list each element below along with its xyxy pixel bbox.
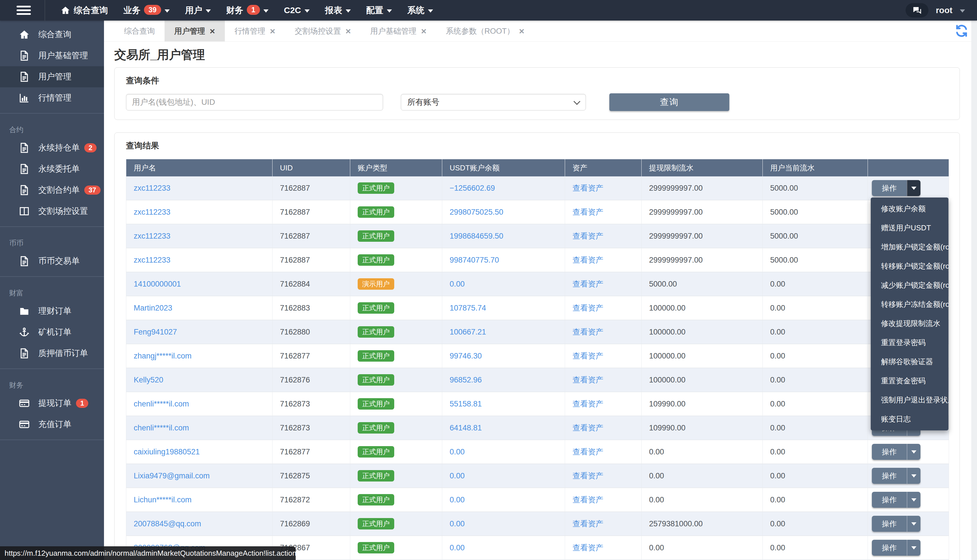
balance-link[interactable]: 0.00 [450,448,465,456]
action-button[interactable]: 操作 [872,516,920,532]
balance-link[interactable]: 0.00 [450,543,465,552]
action-button[interactable]: 操作 [872,180,920,196]
action-menu-item[interactable]: 减少账户锁定金额(root) [871,276,949,295]
chevron-down-icon[interactable] [960,9,965,13]
balance-link[interactable]: 0.00 [450,520,465,528]
balance-link[interactable]: −1256602.69 [450,184,495,192]
balance-link[interactable]: 100667.21 [450,328,486,336]
sidebar-item[interactable]: 理财订单 [0,300,104,322]
view-assets-link[interactable]: 查看资产 [572,304,603,312]
action-dropdown-toggle[interactable] [907,444,920,460]
username-link[interactable]: zxc112233 [134,232,171,240]
username-link[interactable]: Lichun*****il.com [134,495,192,504]
view-assets-link[interactable]: 查看资产 [572,232,603,240]
action-button[interactable]: 操作 [872,444,920,460]
balance-link[interactable]: 107875.74 [450,304,486,312]
action-menu-item[interactable]: 转移账户冻结金额(root) [871,295,949,314]
action-menu-item[interactable]: 重置资金密码 [871,371,949,390]
sidebar-item[interactable]: 质押借币订单 [0,343,104,364]
action-dropdown-toggle[interactable] [907,468,920,484]
navbar-item[interactable]: 配置 [366,5,392,16]
action-dropdown-toggle[interactable] [907,180,920,196]
action-button-label[interactable]: 操作 [872,540,907,556]
balance-link[interactable]: 64148.81 [450,423,482,432]
username-link[interactable]: caixiuling19880521 [134,448,200,456]
action-menu-item[interactable]: 修改账户余额 [871,199,949,218]
balance-link[interactable]: 1998684659.50 [450,232,504,240]
tab[interactable]: 用户基础管理 × [361,20,436,42]
close-icon[interactable]: × [345,27,351,36]
sidebar-item[interactable]: 用户管理 [0,66,104,87]
view-assets-link[interactable]: 查看资产 [572,208,603,217]
username-link[interactable]: zhangj*****il.com [134,352,192,360]
username-link[interactable]: Feng941027 [134,328,177,336]
username-link[interactable]: 14100000001 [134,280,181,288]
action-button-label[interactable]: 操作 [872,444,907,460]
navbar-item[interactable]: 财务 1 [226,5,269,16]
view-assets-link[interactable]: 查看资产 [572,352,603,360]
tab[interactable]: 行情管理 × [225,20,285,42]
sidebar-item[interactable]: 提现订单 1 [0,393,104,414]
action-button[interactable]: 操作 [872,468,920,484]
tab[interactable]: 系统参数（ROOT） × [436,20,534,42]
action-menu-item[interactable]: 账变日志 [871,410,949,429]
navbar-item[interactable]: 用户 [185,5,211,16]
balance-link[interactable]: 2998075025.50 [450,208,504,217]
action-button-label[interactable]: 操作 [872,180,907,196]
navbar-item[interactable]: 综合查询 [60,5,108,16]
sidebar-item[interactable]: 用户基础管理 [0,45,104,66]
view-assets-link[interactable]: 查看资产 [572,184,603,192]
query-button[interactable]: 查询 [609,93,729,111]
username-link[interactable]: chenli*****il.com [134,400,189,408]
action-button[interactable]: 操作 [872,492,920,508]
hamburger-menu-button[interactable] [17,6,31,15]
action-dropdown-toggle[interactable] [907,540,920,556]
sidebar-item[interactable]: 行情管理 [0,87,104,108]
username-link[interactable]: 20078845@qq.com [134,520,201,528]
action-menu-item[interactable]: 重置登录密码 [871,333,949,352]
navbar-item[interactable]: C2C [284,5,309,15]
action-button-label[interactable]: 操作 [872,468,907,484]
view-assets-link[interactable]: 查看资产 [572,423,603,432]
balance-link[interactable]: 96852.96 [450,376,482,384]
view-assets-link[interactable]: 查看资产 [572,256,603,264]
action-dropdown-toggle[interactable] [907,516,920,532]
sidebar-item[interactable]: 交割场控设置 [0,201,104,222]
balance-link[interactable]: 0.00 [450,280,465,288]
close-icon[interactable]: × [421,27,427,36]
sidebar-item[interactable]: 矿机订单 [0,322,104,343]
sidebar-item[interactable]: 永续持仓单 2 [0,137,104,158]
sidebar-item[interactable]: 永续委托单 [0,158,104,180]
action-menu-item[interactable]: 解绑谷歌验证器 [871,352,949,371]
action-button[interactable]: 操作 [872,540,920,556]
action-menu-item[interactable]: 增加账户锁定金额(root) [871,237,949,257]
sidebar-item[interactable]: 交割合约单 37 [0,180,104,201]
action-menu-item[interactable]: 强制用户退出登录状态 [871,390,949,410]
view-assets-link[interactable]: 查看资产 [572,328,603,336]
action-dropdown-toggle[interactable] [907,492,920,508]
action-button-label[interactable]: 操作 [872,516,907,532]
view-assets-link[interactable]: 查看资产 [572,520,603,528]
balance-link[interactable]: 99746.30 [450,352,482,360]
view-assets-link[interactable]: 查看资产 [572,472,603,480]
action-menu-item[interactable]: 赠送用户USDT [871,218,949,237]
account-type-select[interactable]: 所有账号 [401,94,586,110]
tab[interactable]: 交割场控设置 × [285,20,361,42]
action-menu-item[interactable]: 修改提现限制流水 [871,314,949,333]
refresh-button[interactable] [955,24,969,38]
search-input[interactable] [126,94,383,110]
tab[interactable]: 综合查询 [114,20,164,42]
close-icon[interactable]: × [210,27,215,36]
chat-button[interactable] [905,3,928,17]
view-assets-link[interactable]: 查看资产 [572,400,603,408]
close-icon[interactable]: × [270,27,275,36]
sidebar-item[interactable]: 币币交易单 [0,251,104,272]
view-assets-link[interactable]: 查看资产 [572,495,603,504]
balance-link[interactable]: 998740775.70 [450,256,499,264]
action-button-label[interactable]: 操作 [872,492,907,508]
username-link[interactable]: Kelly520 [134,376,163,384]
username-link[interactable]: zxc112233 [134,256,171,264]
navbar-item[interactable]: 业务 39 [124,5,170,16]
tab[interactable]: 用户管理 × [164,20,225,42]
scrollbar-track[interactable] [971,20,977,560]
